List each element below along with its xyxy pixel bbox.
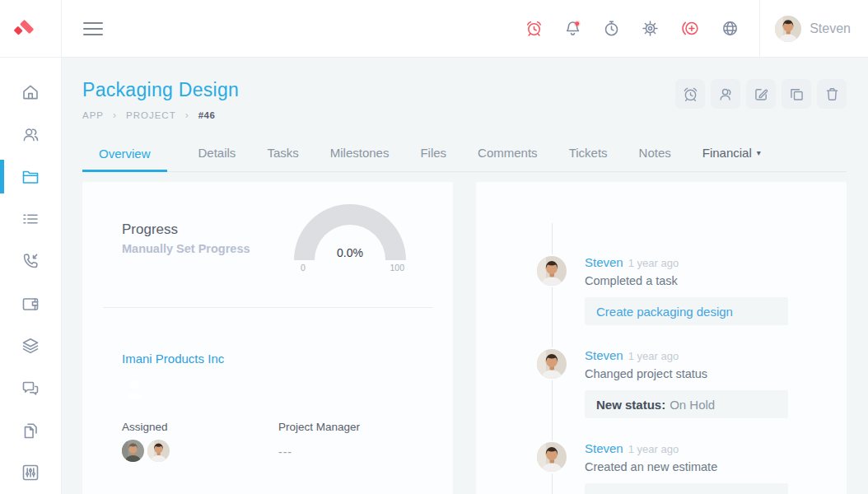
activity-user-link[interactable]: Steven <box>585 255 623 269</box>
gauge-min-label: 0 <box>301 263 306 273</box>
activity-action: Created an new estimate <box>585 459 847 475</box>
app-logo[interactable] <box>0 0 62 58</box>
chat-bubbles-icon <box>21 379 40 398</box>
sidebar-item-layers[interactable] <box>0 324 61 366</box>
sidebar-item-contacts[interactable] <box>0 113 61 155</box>
tab-notes[interactable]: Notes <box>639 137 671 171</box>
project-manager-label: Project Manager <box>278 421 360 433</box>
logo-icon <box>13 12 48 46</box>
documents-icon <box>21 421 40 440</box>
sidebar-item-home[interactable] <box>0 71 61 113</box>
customer-section: Imani Products Inc <box>122 352 453 399</box>
customer-avatar[interactable] <box>122 375 147 399</box>
settings-button[interactable] <box>641 19 660 38</box>
sidebar-item-documents[interactable] <box>0 409 61 451</box>
customer-link[interactable]: Imani Products Inc <box>122 352 224 366</box>
duplicate-button[interactable] <box>782 79 811 109</box>
bell-icon <box>563 19 582 38</box>
tab-details[interactable]: Details <box>198 137 236 171</box>
activity-action: Changed project status <box>585 366 847 382</box>
notifications-button[interactable] <box>563 19 582 38</box>
gauge-arc: 0.0% <box>294 204 406 260</box>
edit-icon <box>753 86 770 103</box>
assigned-avatar[interactable] <box>147 440 170 462</box>
sidebar-item-filters[interactable] <box>0 452 61 494</box>
activity-card: Steven1 year ago Completed a task Create… <box>476 182 847 494</box>
breadcrumb: APP › PROJECT › #46 <box>82 110 239 121</box>
tab-files[interactable]: Files <box>420 137 446 171</box>
progress-card: Progress Manually Set Progress 0.0% 0 10… <box>82 182 453 494</box>
copy-icon <box>788 86 805 103</box>
project-manager-value: --- <box>278 445 360 459</box>
gauge-max-label: 100 <box>390 263 404 273</box>
progress-title: Progress <box>122 221 250 238</box>
divider <box>103 307 432 308</box>
assigned-avatars <box>122 440 278 462</box>
overview-panels: Progress Manually Set Progress 0.0% 0 10… <box>82 182 847 494</box>
sidebar-item-calls[interactable] <box>0 240 61 282</box>
edit-button[interactable] <box>746 79 776 109</box>
tab-overview[interactable]: Overview <box>82 138 167 172</box>
activity-avatar[interactable] <box>535 347 568 380</box>
progress-section: Progress Manually Set Progress 0.0% 0 10… <box>82 182 453 273</box>
user-menu[interactable]: Steven <box>759 0 868 58</box>
status-label: New status: <box>596 398 665 412</box>
tab-financial[interactable]: Financial ▾ <box>702 137 761 171</box>
sidebar-item-messages[interactable] <box>0 367 61 409</box>
sidebar-item-lists[interactable] <box>0 198 61 240</box>
topbar-icon-group <box>525 19 759 38</box>
tab-tasks[interactable]: Tasks <box>267 137 298 171</box>
gauge-value: 0.0% <box>294 246 406 259</box>
user-avatar[interactable] <box>775 16 801 42</box>
page-actions <box>675 79 847 109</box>
list-icon <box>21 209 40 229</box>
activity-timeline: Steven1 year ago Completed a task Create… <box>476 182 847 494</box>
reminder-button[interactable] <box>675 79 705 109</box>
quick-add-button[interactable] <box>679 19 701 38</box>
page-header: Packaging Design APP › PROJECT › #46 <box>82 79 847 121</box>
user-icon <box>717 86 735 103</box>
timeline-item: Steven1 year ago Created an new estimate <box>476 440 847 494</box>
activity-avatar[interactable] <box>535 254 568 287</box>
activity-user-link[interactable]: Steven <box>585 348 623 362</box>
activity-timestamp: 1 year ago <box>628 443 679 455</box>
sidebar-item-payments[interactable] <box>0 282 61 324</box>
activity-detail-box <box>585 483 788 494</box>
timeline-item: Steven1 year ago Completed a task Create… <box>476 254 847 325</box>
language-button[interactable] <box>721 19 740 38</box>
phone-incoming-icon <box>21 251 40 271</box>
sidebar-item-projects[interactable] <box>0 156 61 198</box>
tab-milestones[interactable]: Milestones <box>330 137 390 171</box>
app-screen: Steven <box>0 0 868 494</box>
sidebar <box>0 58 62 494</box>
topbar: Steven <box>0 0 868 58</box>
add-circle-icon <box>679 19 701 38</box>
gear-icon <box>641 19 660 38</box>
activity-user-link[interactable]: Steven <box>585 441 623 455</box>
users-icon <box>21 124 40 144</box>
delete-button[interactable] <box>817 79 847 109</box>
sliders-icon <box>21 463 40 482</box>
tab-bar: Overview Details Tasks Milestones Files … <box>82 137 847 172</box>
tab-tickets[interactable]: Tickets <box>569 137 608 171</box>
progress-subtitle: Manually Set Progress <box>122 242 250 255</box>
assign-user-button[interactable] <box>711 79 740 109</box>
alarm-clock-button[interactable] <box>525 19 544 38</box>
timer-button[interactable] <box>602 19 621 38</box>
tab-comments[interactable]: Comments <box>478 137 538 171</box>
breadcrumb-project[interactable]: PROJECT <box>126 110 176 120</box>
activity-status-box: New status: On Hold <box>585 390 788 418</box>
activity-avatar[interactable] <box>535 440 568 473</box>
assigned-avatar[interactable] <box>122 440 144 462</box>
wallet-icon <box>21 294 40 314</box>
breadcrumb-app[interactable]: APP <box>82 110 104 120</box>
user-name: Steven <box>810 21 851 36</box>
hamburger-menu-button[interactable] <box>80 19 106 39</box>
progress-gauge: 0.0% 0 100 <box>294 204 406 273</box>
gauge-axis-labels: 0 100 <box>294 260 406 273</box>
breadcrumb-separator: › <box>113 110 117 121</box>
breadcrumb-separator: › <box>185 110 189 121</box>
activity-timestamp: 1 year ago <box>628 350 679 362</box>
folder-icon <box>21 167 40 187</box>
activity-task-link[interactable]: Create packaging design <box>585 297 788 325</box>
